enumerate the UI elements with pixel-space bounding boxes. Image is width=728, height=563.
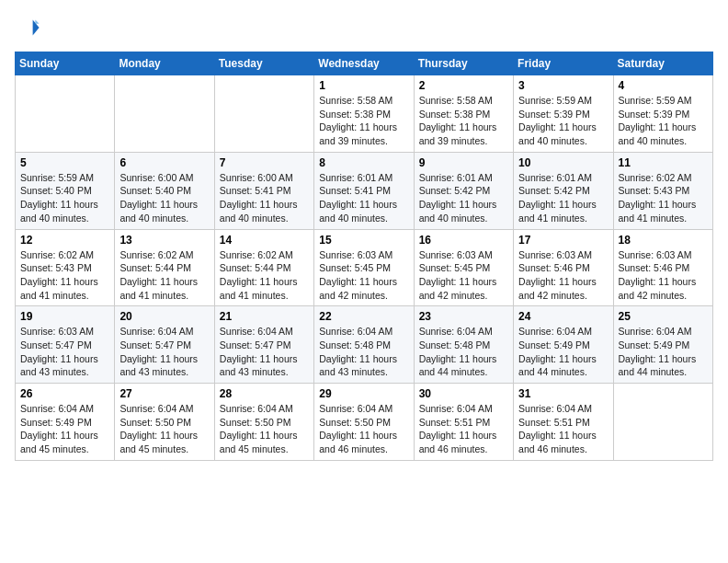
day-number: 10: [518, 156, 608, 169]
week-row-4: 19Sunrise: 6:03 AM Sunset: 5:47 PM Dayli…: [16, 306, 713, 384]
day-number: 14: [220, 234, 309, 247]
day-number: 22: [319, 310, 408, 323]
day-number: 9: [419, 156, 508, 169]
day-number: 26: [20, 387, 109, 400]
calendar-cell: 19Sunrise: 6:03 AM Sunset: 5:47 PM Dayli…: [16, 306, 115, 384]
calendar-cell: 4Sunrise: 5:59 AM Sunset: 5:39 PM Daylig…: [613, 75, 712, 153]
calendar-cell: [115, 75, 214, 153]
calendar-cell: 15Sunrise: 6:03 AM Sunset: 5:45 PM Dayli…: [314, 229, 414, 306]
calendar-cell: 9Sunrise: 6:01 AM Sunset: 5:42 PM Daylig…: [414, 152, 513, 229]
day-number: 23: [419, 310, 508, 323]
day-number: 16: [419, 234, 508, 247]
calendar-cell: 16Sunrise: 6:03 AM Sunset: 5:45 PM Dayli…: [414, 229, 513, 306]
cell-info: Sunrise: 5:58 AM Sunset: 5:38 PM Dayligh…: [319, 94, 408, 148]
day-header-thursday: Thursday: [414, 52, 513, 75]
day-number: 27: [119, 387, 209, 400]
calendar-cell: 27Sunrise: 6:04 AM Sunset: 5:50 PM Dayli…: [115, 384, 214, 461]
calendar-cell: 25Sunrise: 6:04 AM Sunset: 5:49 PM Dayli…: [613, 306, 712, 384]
cell-info: Sunrise: 6:03 AM Sunset: 5:45 PM Dayligh…: [419, 248, 508, 303]
calendar-cell: 12Sunrise: 6:02 AM Sunset: 5:43 PM Dayli…: [16, 229, 115, 306]
calendar-cell: 28Sunrise: 6:04 AM Sunset: 5:50 PM Dayli…: [214, 384, 313, 461]
calendar-cell: 30Sunrise: 6:04 AM Sunset: 5:51 PM Dayli…: [414, 384, 513, 461]
calendar-cell: 26Sunrise: 6:04 AM Sunset: 5:49 PM Dayli…: [16, 384, 115, 461]
calendar-cell: 2Sunrise: 5:58 AM Sunset: 5:38 PM Daylig…: [414, 75, 513, 153]
cell-info: Sunrise: 6:04 AM Sunset: 5:50 PM Dayligh…: [319, 402, 408, 456]
calendar-cell: 17Sunrise: 6:03 AM Sunset: 5:46 PM Dayli…: [514, 229, 613, 306]
day-number: 3: [518, 79, 608, 92]
day-number: 5: [20, 156, 109, 169]
cell-info: Sunrise: 6:02 AM Sunset: 5:43 PM Dayligh…: [20, 248, 109, 303]
week-row-5: 26Sunrise: 6:04 AM Sunset: 5:49 PM Dayli…: [16, 384, 713, 461]
calendar-cell: 10Sunrise: 6:01 AM Sunset: 5:42 PM Dayli…: [514, 152, 613, 229]
cell-info: Sunrise: 6:01 AM Sunset: 5:42 PM Dayligh…: [419, 171, 508, 225]
logo-icon: [15, 15, 40, 40]
calendar-cell: 1Sunrise: 5:58 AM Sunset: 5:38 PM Daylig…: [314, 75, 414, 153]
day-number: 1: [319, 79, 408, 92]
day-header-monday: Monday: [115, 52, 214, 75]
day-number: 21: [220, 310, 309, 323]
cell-info: Sunrise: 5:59 AM Sunset: 5:40 PM Dayligh…: [20, 171, 109, 225]
calendar-cell: 7Sunrise: 6:00 AM Sunset: 5:41 PM Daylig…: [214, 152, 313, 229]
calendar-cell: 29Sunrise: 6:04 AM Sunset: 5:50 PM Dayli…: [314, 384, 414, 461]
cell-info: Sunrise: 6:04 AM Sunset: 5:49 PM Dayligh…: [619, 325, 708, 379]
day-header-wednesday: Wednesday: [314, 52, 414, 75]
day-header-tuesday: Tuesday: [214, 52, 313, 75]
calendar-cell: 8Sunrise: 6:01 AM Sunset: 5:41 PM Daylig…: [314, 152, 414, 229]
calendar-cell: 3Sunrise: 5:59 AM Sunset: 5:39 PM Daylig…: [514, 75, 613, 153]
day-number: 7: [220, 156, 309, 169]
day-number: 19: [20, 310, 109, 323]
cell-info: Sunrise: 6:03 AM Sunset: 5:46 PM Dayligh…: [518, 248, 608, 303]
calendar-cell: 24Sunrise: 6:04 AM Sunset: 5:49 PM Dayli…: [514, 306, 613, 384]
week-row-1: 1Sunrise: 5:58 AM Sunset: 5:38 PM Daylig…: [16, 75, 713, 153]
day-number: 13: [119, 234, 209, 247]
day-header-saturday: Saturday: [613, 52, 712, 75]
day-header-sunday: Sunday: [16, 52, 115, 75]
cell-info: Sunrise: 6:03 AM Sunset: 5:47 PM Dayligh…: [20, 325, 109, 379]
calendar-cell: 14Sunrise: 6:02 AM Sunset: 5:44 PM Dayli…: [214, 229, 313, 306]
cell-info: Sunrise: 6:01 AM Sunset: 5:42 PM Dayligh…: [518, 171, 608, 225]
cell-info: Sunrise: 6:04 AM Sunset: 5:51 PM Dayligh…: [518, 402, 608, 456]
cell-info: Sunrise: 6:01 AM Sunset: 5:41 PM Dayligh…: [319, 171, 408, 225]
cell-info: Sunrise: 6:04 AM Sunset: 5:50 PM Dayligh…: [119, 402, 209, 456]
day-number: 28: [220, 387, 309, 400]
calendar-table: SundayMondayTuesdayWednesdayThursdayFrid…: [15, 52, 713, 461]
calendar-cell: 21Sunrise: 6:04 AM Sunset: 5:47 PM Dayli…: [214, 306, 313, 384]
day-number: 2: [419, 79, 508, 92]
day-header-friday: Friday: [514, 52, 613, 75]
calendar-cell: [214, 75, 313, 153]
calendar-cell: 5Sunrise: 5:59 AM Sunset: 5:40 PM Daylig…: [16, 152, 115, 229]
day-number: 15: [319, 234, 408, 247]
cell-info: Sunrise: 6:04 AM Sunset: 5:49 PM Dayligh…: [20, 402, 109, 456]
cell-info: Sunrise: 5:59 AM Sunset: 5:39 PM Dayligh…: [619, 94, 708, 148]
cell-info: Sunrise: 6:02 AM Sunset: 5:44 PM Dayligh…: [119, 248, 209, 303]
calendar-cell: [613, 384, 712, 461]
cell-info: Sunrise: 6:04 AM Sunset: 5:49 PM Dayligh…: [518, 325, 608, 379]
day-number: 17: [518, 234, 608, 247]
calendar-cell: 18Sunrise: 6:03 AM Sunset: 5:46 PM Dayli…: [613, 229, 712, 306]
cell-info: Sunrise: 6:00 AM Sunset: 5:41 PM Dayligh…: [220, 171, 309, 225]
cell-info: Sunrise: 6:04 AM Sunset: 5:47 PM Dayligh…: [220, 325, 309, 379]
week-row-3: 12Sunrise: 6:02 AM Sunset: 5:43 PM Dayli…: [16, 229, 713, 306]
day-number: 8: [319, 156, 408, 169]
day-number: 31: [518, 387, 608, 400]
cell-info: Sunrise: 5:58 AM Sunset: 5:38 PM Dayligh…: [419, 94, 508, 148]
cell-info: Sunrise: 6:04 AM Sunset: 5:51 PM Dayligh…: [419, 402, 508, 456]
cell-info: Sunrise: 6:03 AM Sunset: 5:46 PM Dayligh…: [619, 248, 708, 303]
page-header: [15, 15, 713, 40]
day-number: 11: [619, 156, 708, 169]
cell-info: Sunrise: 6:02 AM Sunset: 5:43 PM Dayligh…: [619, 171, 708, 225]
svg-marker-1: [35, 20, 39, 24]
day-number: 4: [619, 79, 708, 92]
cell-info: Sunrise: 6:00 AM Sunset: 5:40 PM Dayligh…: [119, 171, 209, 225]
calendar-cell: 31Sunrise: 6:04 AM Sunset: 5:51 PM Dayli…: [514, 384, 613, 461]
cell-info: Sunrise: 6:04 AM Sunset: 5:47 PM Dayligh…: [119, 325, 209, 379]
cell-info: Sunrise: 6:04 AM Sunset: 5:50 PM Dayligh…: [220, 402, 309, 456]
cell-info: Sunrise: 6:04 AM Sunset: 5:48 PM Dayligh…: [419, 325, 508, 379]
cell-info: Sunrise: 6:04 AM Sunset: 5:48 PM Dayligh…: [319, 325, 408, 379]
cell-info: Sunrise: 6:02 AM Sunset: 5:44 PM Dayligh…: [220, 248, 309, 303]
day-number: 24: [518, 310, 608, 323]
day-number: 25: [619, 310, 708, 323]
cell-info: Sunrise: 5:59 AM Sunset: 5:39 PM Dayligh…: [518, 94, 608, 148]
day-number: 30: [419, 387, 508, 400]
logo: [15, 15, 44, 40]
